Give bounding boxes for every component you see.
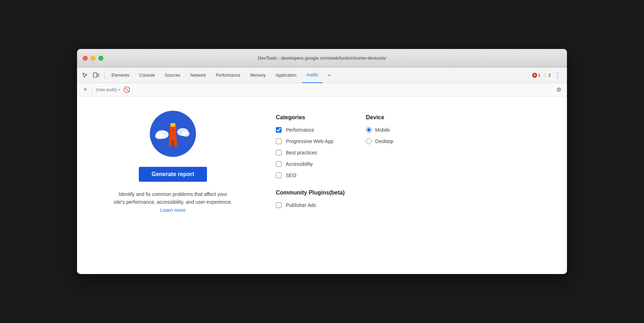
toolbar-right: ✕ 1 ⚠ 2 ⋮ [532,70,563,80]
sec-divider [92,86,92,93]
categories-section: Categories Performance Progressive Web A… [276,114,345,260]
tab-audits[interactable]: Audits [302,67,322,83]
right-panel: Categories Performance Progressive Web A… [276,111,546,260]
tab-elements[interactable]: Elements [107,67,133,83]
tab-more[interactable]: » [324,67,335,83]
category-seo[interactable]: SEO [276,173,345,178]
tab-memory[interactable]: Memory [246,67,270,83]
maximize-button[interactable] [98,56,103,61]
svg-point-10 [182,131,190,137]
tab-performance[interactable]: Performance [212,67,245,83]
tab-console[interactable]: Console [135,67,159,83]
desktop-radio[interactable] [366,138,372,144]
category-accessibility[interactable]: Accessibility [276,161,345,167]
tab-sources[interactable]: Sources [160,67,185,83]
categories-title: Categories [276,114,345,121]
tab-application[interactable]: Application [271,67,301,83]
generate-report-button[interactable]: Generate report [139,167,207,182]
category-publisher-ads[interactable]: Publisher Ads [276,202,345,208]
settings-gear-icon[interactable]: ⚙ [555,86,563,94]
inspect-icon[interactable] [80,70,90,80]
accessibility-checkbox[interactable] [276,161,282,167]
svg-rect-1 [98,74,99,76]
devtools-window: DevTools - developers.google.com/web/too… [77,49,567,274]
device-title: Device [366,114,393,121]
audit-select[interactable]: (new audit) ▾ [95,86,121,94]
community-checkbox-group: Publisher Ads [276,202,345,208]
dropdown-arrow-icon: ▾ [118,88,120,92]
device-radio-group: Mobile Desktop [366,127,393,144]
mobile-radio[interactable] [366,127,372,133]
svg-rect-5 [170,123,175,127]
svg-point-8 [155,133,164,139]
description-text: Identify and fix common problems that af… [113,190,233,214]
device-desktop[interactable]: Desktop [366,138,393,144]
secondary-toolbar: + (new audit) ▾ 🚫 ⚙ [77,83,567,97]
toolbar-divider [104,71,104,80]
pwa-checkbox[interactable] [276,138,282,144]
minimize-button[interactable] [91,56,95,61]
learn-more-link[interactable]: Learn more [160,207,186,213]
error-icon: ✕ [532,73,537,78]
svg-rect-0 [93,73,97,77]
community-section: Community Plugins(beta) Publisher Ads [276,190,345,208]
categories-checkbox-group: Performance Progressive Web App Best pra… [276,127,345,178]
best-practices-checkbox[interactable] [276,150,282,155]
main-content: Generate report Identify and fix common … [77,97,567,274]
more-options-button[interactable]: ⋮ [553,70,563,80]
category-best-practices[interactable]: Best practices [276,150,345,155]
seo-checkbox[interactable] [276,173,282,178]
window-title: DevTools - developers.google.com/web/too… [258,55,386,61]
no-entry-icon[interactable]: 🚫 [124,87,130,93]
svg-rect-6 [171,140,174,146]
title-bar: DevTools - developers.google.com/web/too… [77,49,567,67]
left-panel: Generate report Identify and fix common … [98,111,247,260]
tab-bar: Elements Console Sources Network Perform… [77,67,567,83]
device-mobile[interactable]: Mobile [366,127,393,133]
device-section: Device Mobile Desktop [366,114,393,260]
device-toggle-icon[interactable] [91,70,101,80]
close-button[interactable] [83,56,88,61]
publisher-ads-checkbox[interactable] [276,202,282,208]
error-badge[interactable]: ✕ 1 [532,73,540,78]
performance-checkbox[interactable] [276,127,282,133]
traffic-lights [83,56,103,61]
category-performance[interactable]: Performance [276,127,345,133]
category-pwa[interactable]: Progressive Web App [276,138,345,144]
add-audit-button[interactable]: + [81,86,89,94]
community-title: Community Plugins(beta) [276,190,345,196]
lighthouse-logo [150,111,196,157]
warning-icon: ⚠ [542,73,547,78]
tab-network[interactable]: Network [186,67,210,83]
warning-badge[interactable]: ⚠ 2 [542,73,551,78]
